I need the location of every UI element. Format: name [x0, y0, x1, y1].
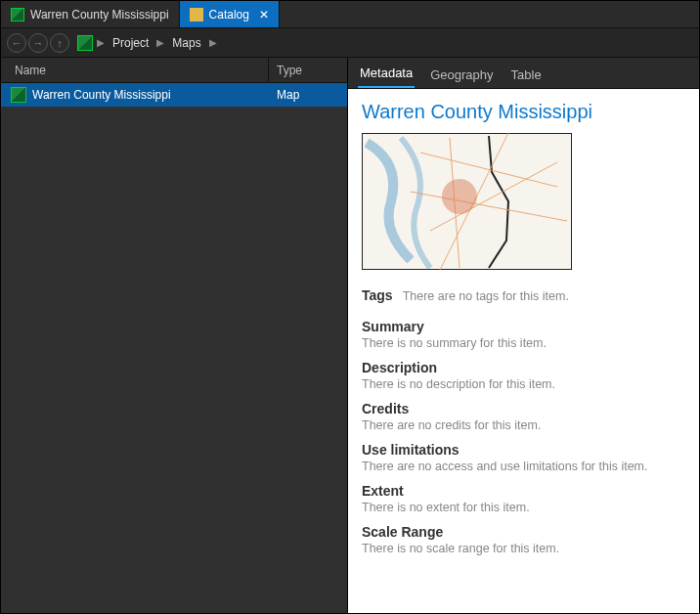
heading-summary: Summary	[362, 319, 685, 334]
panel-tabs: Metadata Geography Table	[348, 58, 699, 89]
value-use-limitations: There are no access and use limitations …	[362, 460, 685, 473]
tab-table[interactable]: Table	[509, 62, 544, 88]
value-scale-range: There is no scale range for this item.	[362, 542, 685, 555]
details-panel: Metadata Geography Table Warren County M…	[348, 58, 699, 613]
map-icon	[11, 87, 26, 103]
chevron-right-icon: ▶	[154, 37, 166, 48]
breadcrumb-maps[interactable]: Maps	[168, 34, 204, 52]
heading-scale-range: Scale Range	[362, 524, 685, 540]
heading-credits: Credits	[362, 401, 685, 417]
navbar: ← → ↑ ▶ Project ▶ Maps ▶	[1, 28, 699, 58]
tab-label: Warren County Mississippi	[30, 8, 169, 22]
tab-catalog[interactable]: Catalog ✕	[180, 1, 280, 27]
main-split: Name Type Warren County Mississippi Map …	[1, 58, 699, 613]
heading-tags: Tags	[362, 287, 393, 303]
item-name: Warren County Mississippi	[32, 88, 171, 102]
tab-label: Catalog	[209, 8, 249, 22]
folder-icon	[190, 8, 203, 22]
tab-warren-county[interactable]: Warren County Mississippi	[1, 1, 180, 27]
metadata-title: Warren County Mississippi	[362, 101, 685, 123]
breadcrumb-project[interactable]: Project	[109, 34, 153, 52]
map-icon	[11, 8, 24, 22]
project-icon	[77, 35, 93, 51]
value-description: There is no description for this item.	[362, 377, 685, 391]
svg-point-6	[442, 179, 477, 214]
close-icon[interactable]: ✕	[259, 8, 269, 22]
up-button[interactable]: ↑	[50, 33, 69, 53]
list-body: Warren County Mississippi Map	[1, 83, 347, 613]
catalog-list: Name Type Warren County Mississippi Map	[1, 58, 348, 613]
heading-extent: Extent	[362, 483, 685, 499]
list-header: Name Type	[1, 58, 347, 83]
heading-description: Description	[362, 360, 685, 375]
tab-metadata[interactable]: Metadata	[358, 60, 415, 88]
document-tabbar: Warren County Mississippi Catalog ✕	[1, 1, 699, 28]
chevron-right-icon: ▶	[207, 37, 219, 48]
breadcrumb: ▶ Project ▶ Maps ▶	[77, 34, 693, 52]
value-tags: There are no tags for this item.	[403, 289, 569, 303]
value-summary: There is no summary for this item.	[362, 336, 685, 350]
tab-geography[interactable]: Geography	[428, 62, 495, 88]
metadata-pane: Warren County Mississippi	[348, 89, 699, 613]
chevron-right-icon: ▶	[95, 37, 107, 48]
list-item[interactable]: Warren County Mississippi Map	[1, 83, 347, 107]
column-header-type[interactable]: Type	[269, 58, 347, 82]
back-button[interactable]: ←	[7, 33, 26, 53]
item-type: Map	[269, 88, 347, 102]
value-credits: There are no credits for this item.	[362, 418, 685, 432]
map-thumbnail	[362, 133, 572, 270]
forward-button[interactable]: →	[28, 33, 48, 53]
heading-use-limitations: Use limitations	[362, 442, 685, 458]
column-header-name[interactable]: Name	[1, 58, 269, 82]
value-extent: There is no extent for this item.	[362, 501, 685, 514]
